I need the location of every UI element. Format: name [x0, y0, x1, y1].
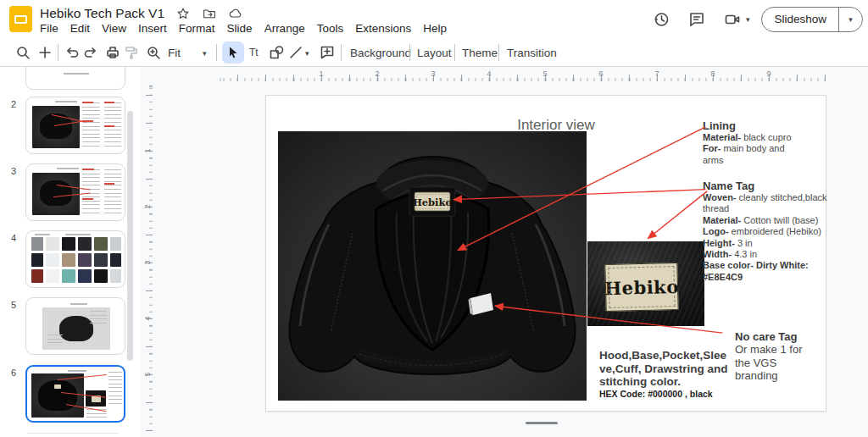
paint-format-icon[interactable] [120, 41, 142, 64]
menu-item[interactable]: Extensions [349, 20, 417, 36]
theme-label: Theme [462, 47, 498, 59]
menu-item[interactable]: Format [173, 20, 221, 36]
ruler-number: 7 [629, 69, 685, 78]
toolbar-divider [216, 44, 217, 61]
main-toolbar: Fit ▾ Tt ▾ Background Layout Theme Trans… [0, 38, 868, 67]
slide-thumbnail-4[interactable] [25, 230, 125, 288]
slides-app-icon[interactable] [9, 6, 32, 32]
annotation-text: embroidered (Hebiko) [729, 226, 821, 236]
slide-thumbnail-2[interactable] [25, 97, 125, 154]
canvas-area: 123456789 12345 Interior view [140, 67, 868, 437]
menu-item[interactable]: Help [417, 20, 453, 36]
thumb-mood-tile [78, 237, 92, 251]
redo-icon[interactable] [80, 41, 102, 64]
menu-bar: FileEditViewInsertFormatSlideArrangeTool… [34, 20, 453, 36]
thumb-mood-tile [110, 237, 121, 251]
filmstrip-scrollbar[interactable] [127, 111, 133, 361]
toolbar-divider [341, 44, 342, 61]
ruler-number: 8 [685, 69, 741, 78]
star-icon[interactable] [175, 6, 191, 21]
text-box-icon[interactable]: Tt [244, 41, 266, 64]
slide-thumbnail-5[interactable] [25, 297, 125, 355]
ruler-number: 1 [140, 146, 175, 157]
ruler-number: 5 [517, 69, 573, 78]
cloud-saved-icon[interactable] [228, 6, 243, 21]
theme-button[interactable]: Theme [457, 38, 503, 67]
video-camera-icon [721, 8, 743, 30]
thumb-mood-tile [62, 237, 75, 251]
thumb-red-heading [104, 183, 114, 185]
transition-button[interactable]: Transition [502, 38, 562, 67]
menu-item[interactable]: Insert [132, 20, 173, 36]
menu-item[interactable]: Edit [64, 20, 96, 36]
menu-item[interactable]: View [96, 20, 132, 36]
thumb-photo [32, 106, 80, 148]
slide-number: 2 [7, 99, 20, 109]
slideshow-button[interactable]: Slideshow [762, 8, 838, 31]
background-button[interactable]: Background [345, 38, 416, 67]
menu-item[interactable]: Arrange [259, 20, 311, 36]
thumb-mood-tile [78, 269, 92, 283]
thumb-text-line [65, 234, 91, 235]
chevron-down-icon[interactable]: ▾ [746, 15, 750, 24]
thumb-text-column [82, 102, 100, 149]
select-tool-icon[interactable] [222, 41, 244, 64]
horizontal-ruler: 123456789 [219, 69, 831, 81]
slide-thumbnail-1[interactable] [25, 67, 125, 90]
text-box-glyph: Tt [249, 47, 259, 58]
name-tag-text: Hebiko [413, 196, 453, 208]
color-spec-textbox[interactable]: Hood,Base,Pocket,Sleeve,Cuff, Drawstring… [599, 349, 731, 400]
slide-filmstrip: 2 3 4 5 6 [0, 67, 140, 437]
annotation-bold: For- [703, 143, 721, 153]
thumb-red-heading [104, 125, 114, 127]
move-folder-icon[interactable] [202, 6, 217, 21]
annotation-line: Woven- cleanly stitched,black thread [703, 192, 830, 215]
header-actions: ▾ Slideshow ▾ [650, 0, 868, 38]
menu-item[interactable]: File [34, 20, 64, 36]
insert-comment-icon[interactable] [316, 41, 338, 64]
menu-item[interactable]: Slide [221, 20, 259, 36]
layout-button[interactable]: Layout [412, 38, 457, 67]
zoom-icon[interactable] [142, 41, 164, 64]
new-slide-icon[interactable] [34, 41, 56, 64]
search-menus-icon[interactable] [12, 41, 34, 64]
name-tag-textbox[interactable]: Name Tag Woven- cleanly stitched,black t… [703, 180, 830, 283]
toolbar-divider [58, 44, 58, 61]
annotation-bold: Base color- Dirty White: #E8E4C9 [703, 260, 809, 281]
lining-textbox[interactable]: Lining Material- black cuproFor- main bo… [703, 119, 803, 166]
thumb-text-column [108, 372, 122, 406]
speaker-notes-resize-handle[interactable] [526, 422, 558, 424]
no-care-tag-textbox[interactable]: No care Tag Or make 1 for the VGS brandi… [735, 330, 813, 383]
slide-number: 3 [7, 166, 20, 176]
thumb-red-heading [82, 102, 93, 103]
menu-item[interactable]: Tools [311, 20, 350, 36]
chevron-down-icon[interactable]: ▾ [305, 49, 309, 58]
vertical-ruler: 12345 [142, 81, 153, 433]
thumb-photo [42, 307, 110, 350]
name-tag-closeup-image[interactable]: Hebiko [587, 241, 704, 326]
slideshow-options-button[interactable]: ▾ [838, 8, 862, 31]
meet-presentation-control[interactable]: ▾ [721, 8, 750, 30]
annotation-bold: Woven- [703, 192, 737, 202]
version-history-icon[interactable] [650, 8, 672, 30]
thumb-text-line [64, 73, 89, 75]
app-header: Hebiko Tech Pack V1 FileEditViewInsertFo… [0, 0, 868, 38]
chevron-down-icon[interactable]: ▾ [203, 49, 207, 58]
zoom-select[interactable]: Fit [163, 38, 186, 67]
comment-history-icon[interactable] [686, 8, 708, 30]
thumb-text-line [55, 101, 77, 102]
annotation-text: black cupro [741, 132, 791, 142]
thumb-mood-tile [46, 253, 59, 267]
slide-thumbnail-6[interactable] [25, 365, 125, 423]
annotation-bold: Width- [703, 249, 732, 259]
thumb-text-line [68, 370, 86, 372]
thumb-text-line [70, 303, 87, 305]
jacket-interior-image[interactable]: Hebiko [278, 131, 587, 401]
toolbar-divider [454, 44, 455, 61]
slide-editor[interactable]: Interior view [265, 95, 826, 412]
document-title[interactable]: Hebiko Tech Pack V1 [40, 6, 164, 21]
slide-thumbnail-3[interactable] [25, 163, 125, 221]
insert-line-icon[interactable] [285, 41, 307, 64]
thumb-red-heading [82, 198, 93, 200]
closeup-label-stitch [608, 266, 675, 308]
